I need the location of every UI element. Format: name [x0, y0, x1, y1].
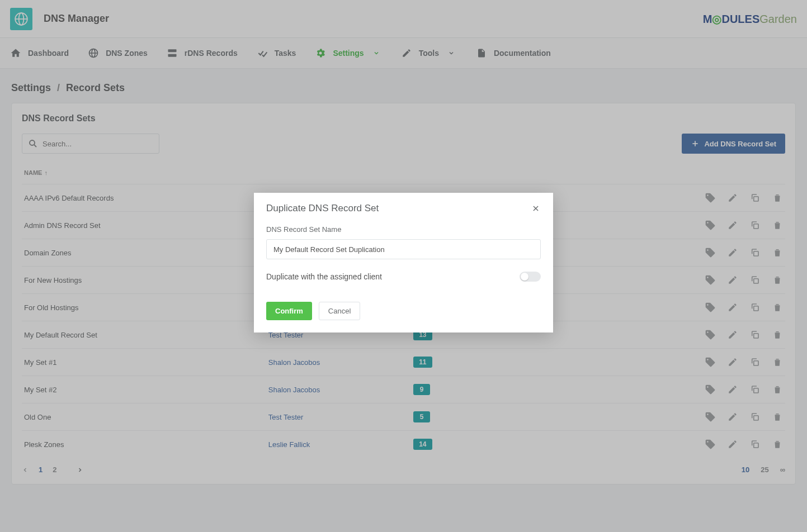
name-label: DNS Record Set Name — [266, 225, 541, 234]
close-icon[interactable] — [531, 203, 541, 213]
record-set-name-input[interactable] — [266, 239, 541, 259]
duplicate-modal: Duplicate DNS Record Set DNS Record Set … — [254, 193, 553, 332]
modal-overlay[interactable]: Duplicate DNS Record Set DNS Record Set … — [0, 0, 807, 532]
modal-footer: Confirm Cancel — [254, 294, 553, 332]
duplicate-client-toggle[interactable] — [520, 272, 541, 282]
modal-body: DNS Record Set Name Duplicate with the a… — [254, 222, 553, 294]
cancel-button[interactable]: Cancel — [319, 302, 360, 320]
toggle-label: Duplicate with the assigned client — [266, 272, 382, 281]
modal-title: Duplicate DNS Record Set — [266, 203, 379, 214]
confirm-button[interactable]: Confirm — [266, 302, 312, 320]
modal-header: Duplicate DNS Record Set — [254, 193, 553, 222]
toggle-row: Duplicate with the assigned client — [266, 272, 541, 282]
